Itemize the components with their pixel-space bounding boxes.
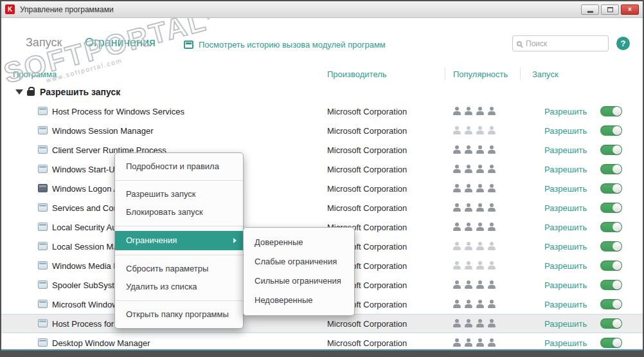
toggle-switch[interactable] (600, 164, 622, 174)
user-icon (476, 203, 484, 212)
program-name: Windows Session Manager (52, 126, 154, 136)
submenu-item[interactable]: Недоверенные (244, 291, 354, 310)
toggle-switch[interactable] (600, 338, 622, 348)
toggle-knob (613, 338, 622, 347)
program-vendor: Microsoft Corporation (327, 165, 407, 174)
user-icon (488, 126, 496, 134)
menu-separator (115, 300, 243, 301)
tab-zapusk[interactable]: Запуск (26, 36, 62, 50)
table-row[interactable]: Client Server Runtime Process Microsoft … (1, 140, 643, 160)
toggle-knob (613, 184, 622, 193)
menu-item[interactable]: Сбросить параметры (115, 260, 243, 278)
popularity-indicator (453, 261, 496, 270)
user-icon (453, 165, 461, 173)
allow-link[interactable]: Разрешить (544, 126, 587, 136)
program-icon (38, 242, 48, 250)
toggle-knob (613, 165, 622, 174)
table-row[interactable]: Windows Start-Up Application Microsoft C… (1, 160, 643, 179)
toggle-knob (613, 203, 622, 212)
allow-link[interactable]: Разрешить (544, 319, 587, 329)
toggle-switch[interactable] (600, 241, 622, 252)
collapse-icon[interactable] (15, 89, 23, 95)
search-box (512, 35, 609, 51)
popularity-indicator (453, 300, 496, 308)
toggle-switch[interactable] (600, 145, 622, 155)
group-row-allow-launch[interactable]: Разрешить запуск (1, 84, 643, 102)
user-icon (453, 107, 461, 115)
allow-link[interactable]: Разрешить (544, 300, 587, 309)
search-input[interactable] (526, 39, 625, 48)
user-icon (488, 338, 496, 347)
toggle-switch[interactable] (600, 106, 622, 116)
allow-link[interactable]: Разрешить (544, 184, 587, 194)
column-header-launch[interactable]: Запуск (532, 69, 559, 79)
history-link-label: Посмотреть историю вызова модулей програ… (199, 40, 386, 50)
toggle-switch[interactable] (600, 261, 622, 271)
user-icon (465, 203, 472, 212)
popularity-indicator (453, 145, 496, 154)
allow-link[interactable]: Разрешить (544, 165, 587, 174)
table-row[interactable]: Windows Logon Application Microsoft Corp… (1, 179, 643, 198)
allow-link[interactable]: Разрешить (544, 242, 587, 252)
table-row[interactable]: Host Process for Windows Services Micros… (1, 102, 643, 121)
menu-item[interactable]: Открыть папку программы (115, 306, 243, 324)
column-header-program[interactable]: Программа (13, 69, 57, 79)
toggle-switch[interactable] (600, 318, 622, 329)
program-icon (38, 126, 48, 134)
menu-item[interactable]: Разрешить запуск (115, 185, 243, 203)
user-icon (488, 300, 496, 308)
submenu-item[interactable]: Доверенные (244, 233, 354, 252)
menu-item[interactable]: Удалить из списка (115, 278, 243, 296)
close-button[interactable]: × (621, 5, 639, 15)
tab-ogranicheniya[interactable]: Ограничения (85, 36, 156, 50)
user-icon (488, 184, 496, 192)
user-icon (465, 165, 472, 173)
context-menu: Подробности и правилаРазрешить запускБло… (114, 152, 244, 329)
allow-link[interactable]: Разрешить (544, 223, 587, 232)
popularity-indicator (453, 319, 496, 327)
help-button[interactable]: ? (616, 37, 630, 50)
maximize-button[interactable] (601, 5, 619, 15)
allow-link[interactable]: Разрешить (544, 145, 587, 155)
allow-link[interactable]: Разрешить (544, 261, 587, 271)
menu-item-label: Блокировать запуск (126, 207, 203, 217)
menu-item[interactable]: Блокировать запуск (115, 203, 243, 221)
history-link[interactable]: Посмотреть историю вызова модулей програ… (184, 40, 386, 50)
toggle-switch[interactable] (600, 203, 622, 213)
user-icon (453, 242, 461, 250)
minimize-button[interactable] (581, 5, 599, 15)
menu-item-label: Ограничения (126, 235, 177, 245)
table-row[interactable]: Desktop Window Manager Microsoft Corpora… (1, 333, 643, 349)
toggle-switch[interactable] (600, 280, 622, 290)
table-row[interactable]: Windows Session Manager Microsoft Corpor… (1, 121, 643, 140)
allow-link[interactable]: Разрешить (544, 107, 587, 116)
table-row[interactable]: Host Process for Windows Services Micros… (1, 314, 643, 333)
program-name: Desktop Window Manager (52, 338, 150, 348)
column-header-vendor[interactable]: Производитель (327, 69, 387, 79)
user-icon (465, 300, 472, 308)
user-icon (476, 338, 484, 347)
user-icon (465, 261, 472, 270)
allow-link[interactable]: Разрешить (544, 203, 587, 213)
toggle-switch[interactable] (600, 222, 622, 232)
program-icon (38, 319, 48, 327)
program-icon (38, 338, 48, 347)
user-icon (476, 319, 484, 327)
menu-item[interactable]: Подробности и правила (115, 158, 243, 176)
toggle-switch[interactable] (600, 125, 622, 136)
toggle-knob (613, 223, 622, 232)
toggle-switch[interactable] (600, 183, 622, 194)
allow-link[interactable]: Разрешить (544, 338, 587, 348)
column-header-popularity[interactable]: Популярность (453, 69, 508, 79)
table-row[interactable]: Services and Controller app Microsoft Co… (1, 198, 643, 217)
toggle-switch[interactable] (600, 299, 622, 309)
submenu-item[interactable]: Сильные ограничения (244, 271, 354, 291)
popularity-indicator (453, 126, 496, 134)
submenu-item[interactable]: Слабые ограничения (244, 252, 354, 271)
app-window: K Управление программами × SOFTPORTALTM … (0, 0, 644, 357)
user-icon (465, 280, 472, 289)
popularity-indicator (453, 242, 496, 250)
allow-link[interactable]: Разрешить (544, 280, 587, 290)
user-icon (453, 338, 461, 347)
menu-item[interactable]: Ограничения (115, 231, 243, 250)
